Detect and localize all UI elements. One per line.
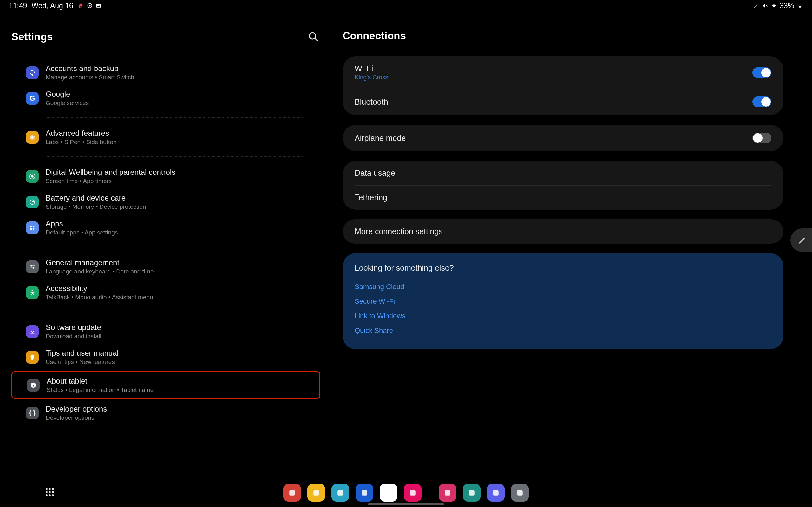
sync-icon [26, 66, 39, 79]
battery-percent: 33% [779, 2, 794, 10]
settings-item-title: Developer options [46, 404, 107, 413]
bulb-icon [26, 351, 39, 363]
settings-item-tips-and-user-manual[interactable]: Tips and user manual Useful tips • New f… [11, 344, 320, 370]
row-airplane-mode[interactable]: Airplane mode [342, 125, 784, 151]
card-wifi-bt: Wi-FiKing's Cross Bluetooth [342, 56, 784, 115]
settings-title: Settings [11, 31, 53, 43]
search-icon [308, 32, 319, 42]
status-right: 33% [753, 2, 803, 10]
messages-app[interactable] [356, 484, 373, 502]
chrome-app[interactable] [380, 484, 397, 502]
settings-item-title: General management [46, 258, 153, 267]
settings-sidebar: Settings Accounts and backup Manage acco… [0, 19, 333, 478]
settings-item-about-tablet[interactable]: About tablet Status • Legal information … [11, 371, 320, 399]
suggest-link-link-to-windows[interactable]: Link to Windows [355, 309, 771, 323]
settings-item-subtitle: Download and install [46, 333, 101, 340]
pencil-icon [797, 235, 807, 245]
search-button[interactable] [306, 30, 320, 44]
settings-app-icon [515, 488, 524, 498]
toggle-airplane-mode[interactable] [752, 133, 771, 144]
home-indicator[interactable] [368, 503, 444, 505]
settings-item-subtitle: Developer options [46, 414, 107, 421]
grid-app-icon [491, 488, 501, 498]
settings-item-software-update[interactable]: Software update Download and install [11, 319, 320, 344]
svg-rect-34 [289, 490, 295, 496]
settings-item-battery-and-device-care[interactable]: Battery and device care Storage • Memory… [11, 189, 320, 215]
row-wi-fi[interactable]: Wi-FiKing's Cross [342, 56, 784, 89]
suggest-link-samsung-cloud[interactable]: Samsung Cloud [355, 280, 771, 294]
settings-item-apps[interactable]: Apps Default apps • App settings [11, 215, 320, 240]
svg-point-24 [33, 383, 34, 384]
settings-item-google[interactable]: G Google Google services [11, 86, 320, 111]
svg-point-16 [33, 228, 35, 230]
card-more-conn: More connection settings [342, 219, 784, 244]
files-app[interactable] [307, 484, 325, 502]
detail-pane: Connections Wi-FiKing's Cross Bluetooth … [333, 19, 812, 478]
settings-item-accessibility[interactable]: Accessibility TalkBack • Mono audio • As… [11, 280, 320, 305]
teams-app[interactable] [463, 484, 481, 502]
edit-fab[interactable] [791, 228, 812, 252]
notes-app[interactable] [283, 484, 301, 502]
settings-item-title: Tips and user manual [46, 349, 119, 357]
settings-item-subtitle: Default apps • App settings [46, 229, 118, 236]
row-title: Tethering [355, 193, 387, 202]
status-bar: 11:49 Wed, Aug 16 33% [0, 0, 812, 11]
settings-item-subtitle: Labs • S Pen • Side button [46, 138, 117, 146]
svg-point-11 [31, 175, 33, 177]
calendar-app[interactable] [331, 484, 349, 502]
status-notification-icons [78, 3, 102, 9]
status-time: 11:49 [9, 2, 27, 10]
settings-item-subtitle: Manage accounts • Smart Switch [46, 74, 134, 81]
wifi-icon [771, 3, 777, 9]
mute-icon [762, 3, 768, 9]
settings-item-subtitle: Storage • Memory • Device protection [46, 204, 146, 210]
svg-rect-39 [410, 490, 416, 496]
svg-rect-5 [799, 4, 801, 4]
row-bluetooth[interactable]: Bluetooth [342, 89, 784, 115]
toggle-bluetooth[interactable] [752, 97, 771, 107]
row-title: More connection settings [355, 227, 443, 236]
all-apps-button[interactable] [45, 487, 55, 499]
svg-point-21 [32, 290, 33, 291]
svg-rect-38 [386, 490, 391, 496]
gear-icon [26, 131, 39, 144]
svg-point-27 [52, 488, 54, 490]
row-more-connection-settings[interactable]: More connection settings [342, 219, 784, 244]
settings-item-title: Advanced features [46, 129, 117, 138]
settings-item-developer-options[interactable]: { } Developer options Developer options [11, 400, 320, 426]
settings-item-subtitle: Screen time • App timers [46, 178, 175, 185]
settings-item-title: About tablet [47, 377, 153, 386]
row-data-usage[interactable]: Data usage [342, 161, 784, 185]
settings-item-digital-wellbeing-and-parental-controls[interactable]: Digital Wellbeing and parental controls … [11, 163, 320, 189]
settings-app[interactable] [511, 484, 529, 502]
svg-point-19 [31, 265, 33, 267]
svg-point-1 [89, 5, 90, 7]
photo-status-icon [96, 3, 102, 9]
grid-app[interactable] [487, 484, 505, 502]
svg-point-31 [46, 494, 48, 496]
camera-app[interactable] [404, 484, 422, 502]
svg-point-14 [33, 226, 35, 227]
settings-item-subtitle: TalkBack • Mono audio • Assistant menu [46, 294, 153, 301]
settings-item-subtitle: Language and keyboard • Date and time [46, 268, 153, 275]
divider [46, 117, 303, 118]
svg-point-32 [49, 494, 51, 496]
gear-status-icon [86, 3, 93, 9]
suggest-link-secure-wi-fi[interactable]: Secure Wi-Fi [355, 294, 771, 309]
toggle-wi-fi[interactable] [752, 67, 771, 78]
zoom-app[interactable] [439, 484, 456, 502]
svg-rect-23 [33, 385, 34, 386]
row-tethering[interactable]: Tethering [342, 185, 784, 210]
settings-item-accounts-and-backup[interactable]: Accounts and backup Manage accounts • Sm… [11, 60, 320, 86]
row-title: Airplane mode [355, 133, 406, 143]
teams-app-icon [467, 488, 477, 498]
settings-item-general-management[interactable]: General management Language and keyboard… [11, 254, 320, 280]
svg-rect-35 [313, 490, 319, 496]
svg-point-13 [30, 226, 33, 227]
settings-item-subtitle: Useful tips • New features [46, 358, 119, 365]
accessibility-icon [26, 286, 39, 299]
settings-item-advanced-features[interactable]: Advanced features Labs • S Pen • Side bu… [11, 124, 320, 150]
suggest-link-quick-share[interactable]: Quick Share [355, 323, 771, 338]
svg-point-29 [49, 491, 51, 493]
svg-rect-43 [517, 490, 523, 496]
